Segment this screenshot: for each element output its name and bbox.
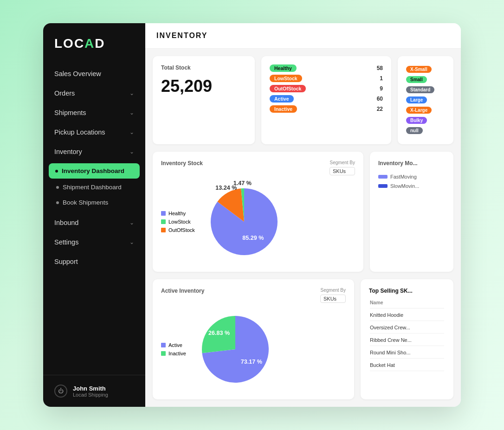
sidebar-item-shipment-dashboard[interactable]: Shipment Dashboard: [43, 180, 145, 195]
status-badge-row-lowstock: LowStock 1: [270, 75, 383, 82]
badge-inactive: Inactive: [270, 105, 297, 113]
sidebar-item-pickup-locations[interactable]: Pickup Locations ⌄: [43, 122, 145, 142]
count-lowstock: 1: [380, 75, 383, 82]
sidebar-item-shipments[interactable]: Shipments ⌄: [43, 103, 145, 122]
legend-label-active: Active: [168, 342, 182, 348]
chevron-down-icon: ⌄: [129, 239, 134, 245]
legend-fast-moving: FastMoving: [378, 174, 445, 180]
inventory-submenu: Inventory Dashboard Shipment Dashboard B…: [43, 161, 145, 213]
active-pie-container: Active Inactive 73.17 %26.83 %: [161, 308, 346, 391]
sku-name-5: Bucket Hat: [370, 359, 444, 371]
legend-outofstock: OutOfStock: [161, 227, 195, 233]
svg-text:73.17 %: 73.17 %: [241, 359, 262, 365]
chevron-down-icon: ⌄: [129, 129, 134, 135]
sku-name-4: Round Mini Sho...: [370, 347, 444, 359]
legend-label-outofstock: OutOfStock: [168, 227, 195, 233]
sku-table: Name Knitted Hoodie Oversized Crew...: [369, 299, 445, 372]
sidebar-item-inventory[interactable]: Inventory ⌄: [43, 142, 145, 161]
segment-label: Segment By: [330, 160, 355, 165]
active-segment-label: Segment By: [321, 288, 346, 293]
size-badge-large: Large: [406, 96, 427, 103]
sidebar-item-inbound[interactable]: Inbound ⌄: [43, 213, 145, 232]
main-header: INVENTORY: [145, 23, 461, 49]
legend-lowstock: LowStock: [161, 219, 195, 225]
segment-select[interactable]: SKUs: [330, 167, 355, 175]
dot-icon: [56, 186, 59, 189]
chevron-down-icon: ⌄: [129, 148, 134, 155]
logo-text: LOCAD: [54, 36, 134, 51]
size-badge-small: Small: [406, 76, 427, 83]
size-badge-bulky: Bulky: [406, 117, 427, 124]
svg-text:26.83 %: 26.83 %: [208, 330, 230, 336]
top-selling-card: Top Selling SK... Name Knitted Hoodie: [361, 279, 453, 399]
logo: LOCAD: [43, 23, 145, 60]
inventory-stock-chart-card: Inventory Stock Segment By SKUs: [153, 152, 363, 272]
active-dot: [55, 170, 58, 173]
segment-by: Segment By SKUs: [330, 160, 355, 175]
sidebar-item-book-shipments[interactable]: Book Shipments: [43, 195, 145, 210]
main-body: Total Stock 25,209 Healthy 58 LowStock 1…: [145, 49, 461, 407]
user-info: John Smith Locad Shipping: [73, 385, 108, 398]
status-badges-card: Healthy 58 LowStock 1 OutOfStock 9 Activ…: [261, 56, 391, 144]
sidebar-item-orders[interactable]: Orders ⌄: [43, 83, 145, 103]
active-segment-select[interactable]: SKUs: [320, 295, 346, 303]
table-row: Knitted Hoodie: [370, 309, 444, 321]
sidebar-item-support[interactable]: Support: [43, 252, 145, 271]
svg-text:85.29 %: 85.29 %: [242, 235, 264, 241]
sidebar-nav: Sales Overview Orders ⌄ Shipments ⌄ Pick…: [43, 60, 145, 375]
chevron-down-icon: ⌄: [129, 90, 134, 96]
total-stock-value: 25,209: [161, 77, 246, 96]
col-name: Name: [370, 300, 444, 308]
sidebar-item-settings[interactable]: Settings ⌄: [43, 232, 145, 252]
table-row: Bucket Hat: [370, 359, 444, 371]
active-pie-legend: Active Inactive: [161, 342, 186, 356]
size-badges-card: X-Small Small Standard Large X-Large Bul…: [398, 56, 453, 144]
total-stock-label: Total Stock: [161, 64, 246, 71]
table-row: Ribbed Crew Ne...: [370, 334, 444, 346]
pie-legend: Healthy LowStock OutOfStock: [161, 211, 195, 233]
sidebar: LOCAD Sales Overview Orders ⌄ Shipments …: [43, 23, 145, 407]
inventory-movement-title: Inventory Mo...: [378, 160, 445, 167]
legend-color-healthy: [161, 211, 166, 216]
legend-inactive: Inactive: [161, 351, 186, 356]
chevron-down-icon: ⌄: [129, 109, 134, 116]
status-badge-row-active: Active 60: [270, 95, 383, 103]
sku-name-1: Knitted Hoodie: [370, 309, 444, 321]
sidebar-item-inventory-dashboard[interactable]: Inventory Dashboard: [49, 163, 140, 179]
legend-label-healthy: Healthy: [168, 211, 186, 216]
size-badge-xlarge: X-Large: [406, 107, 432, 114]
sku-name-2: Oversized Crew...: [370, 322, 444, 334]
top-selling-title: Top Selling SK...: [369, 288, 445, 294]
size-badge-xsmall: X-Small: [406, 66, 432, 73]
chevron-down-icon: ⌄: [129, 219, 134, 226]
inv-movement-legend: FastMoving SlowMovin...: [378, 174, 445, 189]
badge-healthy: Healthy: [270, 64, 297, 72]
legend-label-inactive: Inactive: [168, 351, 186, 356]
active-inventory-pie-chart: 73.17 %26.83 %: [194, 308, 277, 391]
dot-icon: [56, 201, 59, 204]
badge-lowstock: LowStock: [270, 75, 302, 82]
user-company: Locad Shipping: [73, 392, 108, 398]
sidebar-footer: ⏻ John Smith Locad Shipping: [43, 375, 145, 407]
legend-color-inactive: [161, 351, 166, 356]
count-active: 60: [377, 96, 383, 102]
legend-color-outofstock: [161, 228, 166, 232]
color-slow-moving: [378, 184, 388, 188]
count-healthy: 58: [377, 65, 383, 71]
sidebar-item-sales-overview[interactable]: Sales Overview: [43, 64, 145, 83]
active-segment-by: Segment By SKUs: [320, 288, 346, 303]
size-badge-standard: Standard: [406, 86, 434, 93]
status-badge-row-inactive: Inactive 22: [270, 105, 383, 113]
power-icon[interactable]: ⏻: [54, 385, 67, 398]
active-inventory-chart-card: Active Inventory Segment By SKUs: [153, 279, 354, 399]
size-badge-null: null: [406, 127, 423, 134]
legend-color-active: [161, 343, 166, 347]
status-badge-row-outofstock: OutOfStock 9: [270, 85, 383, 92]
color-fast-moving: [378, 175, 388, 179]
status-badge-row-healthy: Healthy 58: [270, 64, 383, 72]
legend-healthy: Healthy: [161, 211, 195, 216]
label-slow-moving: SlowMovin...: [390, 183, 419, 189]
table-row: Oversized Crew...: [370, 322, 444, 334]
badge-outofstock: OutOfStock: [270, 85, 306, 92]
pie-container: Healthy LowStock OutOfStock: [161, 180, 355, 263]
